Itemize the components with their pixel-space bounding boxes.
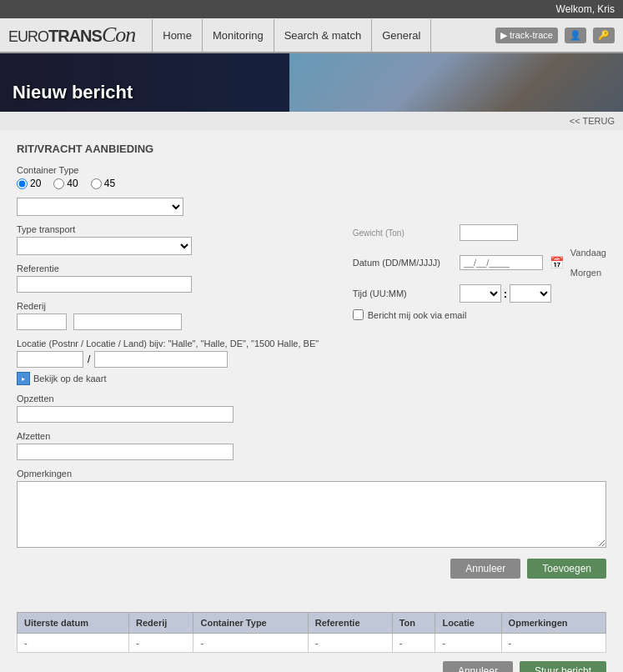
nav-general[interactable]: General — [372, 19, 431, 52]
transport-dropdown[interactable] — [17, 237, 192, 255]
gewicht-input[interactable] — [460, 224, 518, 241]
section-title: RIT/VRACHT AANBIEDING — [17, 143, 606, 155]
td-container-type: - — [193, 634, 308, 653]
bottom-actions: Annuleer Stuur bericht — [17, 661, 606, 672]
track-trace-icon: ▶ — [500, 30, 507, 41]
th-uiterste-datum: Uiterste datum — [18, 613, 129, 634]
datum-row: Datum (DD/MM/JJJJ) 📅 Vandaag Morgen — [353, 248, 606, 278]
datum-label: Datum (DD/MM/JJJJ) — [353, 258, 453, 268]
nav-home[interactable]: Home — [152, 19, 203, 52]
time-separator: : — [504, 288, 507, 300]
rederij-label: Rederij — [17, 301, 336, 311]
calendar-icon[interactable]: 📅 — [550, 256, 564, 269]
user-icon: 👤 — [570, 30, 581, 41]
tijd-row: Tijd (UU:MM) : — [353, 284, 606, 303]
back-link-bar: << TERUG — [0, 112, 623, 130]
container-type-radios: 20 40 45 — [17, 178, 606, 189]
top-bar: Welkom, Kris — [0, 0, 623, 18]
vandaag-link[interactable]: Vandaag — [570, 248, 606, 258]
opmerkingen-label: Opmerkingen — [17, 469, 606, 479]
rederij-inputs — [17, 313, 336, 330]
radio-20[interactable] — [17, 178, 28, 189]
rederij-input-2[interactable] — [73, 313, 182, 330]
hero-banner: Nieuw bericht — [0, 53, 623, 112]
opzetten-input[interactable] — [17, 406, 234, 423]
table-header-row: Uiterste datum Rederij Container Type Re… — [18, 613, 606, 634]
locatie-label: Locatie (Postnr / Locatie / Land) — [17, 339, 147, 349]
back-link[interactable]: << TERUG — [570, 116, 615, 126]
radio-45-label[interactable]: 45 — [91, 178, 115, 189]
container-type-row: Container Type 20 40 45 — [17, 165, 606, 189]
action-row: Annuleer Toevoegen — [17, 559, 606, 579]
logo-con: Con — [102, 23, 135, 47]
gewicht-unit: (Ton) — [385, 228, 404, 238]
td-locatie: - — [435, 634, 501, 653]
transport-label: Type transport — [17, 224, 336, 234]
rederij-input-1[interactable] — [17, 313, 67, 330]
opmerkingen-textarea[interactable] — [17, 481, 606, 548]
data-table: Uiterste datum Rederij Container Type Re… — [17, 612, 606, 653]
referentie-label: Referentie — [17, 263, 336, 273]
th-opmerkingen: Opmerkingen — [501, 613, 605, 634]
logo: EUROTRANSCon — [0, 18, 143, 52]
tijd-label: Tijd (UU:MM) — [353, 288, 453, 298]
th-ton: Ton — [392, 613, 435, 634]
opzetten-label: Opzetten — [17, 394, 336, 404]
time-group: : — [460, 284, 551, 303]
radio-45[interactable] — [91, 178, 102, 189]
logo-nav: EUROTRANSCon Home Monitoring Search & ma… — [0, 18, 623, 53]
td-opmerkingen: - — [501, 634, 605, 653]
form-col-left: Type transport Referentie Rederij — [17, 224, 336, 469]
th-referentie: Referentie — [308, 613, 392, 634]
radio-20-label[interactable]: 20 — [17, 178, 41, 189]
form-col-right: Gewicht (Ton) Datum (DD/MM/JJJJ) 📅 Vanda… — [353, 224, 606, 469]
afzetten-input[interactable] — [17, 444, 234, 460]
map-icon: ▸ — [17, 372, 30, 385]
locatie-postnr[interactable] — [17, 351, 83, 368]
annuleer-button[interactable]: Annuleer — [450, 559, 520, 579]
th-rederij: Rederij — [129, 613, 193, 634]
email-checkbox[interactable] — [353, 309, 364, 320]
welcome-text: Welkom, Kris — [556, 3, 615, 15]
afzetten-row: Afzetten — [17, 431, 336, 460]
map-link-text: Bekijk op de kaart — [33, 374, 106, 384]
nav-icons: ▶ track-trace 👤 🔑 — [495, 28, 623, 43]
opzetten-row: Opzetten — [17, 394, 336, 423]
referentie-row: Referentie — [17, 263, 336, 293]
rederij-row: Rederij — [17, 301, 336, 330]
stuur-bericht-button[interactable]: Stuur bericht — [520, 661, 606, 672]
nav-search-match[interactable]: Search & match — [274, 19, 373, 52]
locatie-hint: Locatie (Postnr / Locatie / Land) bijv: … — [17, 339, 336, 349]
radio-40[interactable] — [53, 178, 64, 189]
radio-40-label[interactable]: 40 — [53, 178, 78, 189]
radio-20-text: 20 — [30, 178, 41, 189]
bottom-annuleer-button[interactable]: Annuleer — [443, 661, 513, 672]
td-ton: - — [392, 634, 435, 653]
logo-trans: TRANS — [48, 27, 102, 45]
tijd-uur[interactable] — [460, 284, 501, 303]
user-icon-button[interactable]: 👤 — [565, 28, 586, 43]
td-rederij: - — [129, 634, 193, 653]
nav-monitoring[interactable]: Monitoring — [203, 19, 274, 52]
map-link[interactable]: ▸ Bekijk op de kaart — [17, 372, 336, 385]
datum-input[interactable] — [460, 255, 543, 270]
key-icon-button[interactable]: 🔑 — [593, 28, 615, 43]
morgen-link[interactable]: Morgen — [570, 268, 601, 278]
tijd-min[interactable] — [510, 284, 551, 303]
referentie-input[interactable] — [17, 276, 192, 293]
th-locatie: Locatie — [435, 613, 501, 634]
th-container-type: Container Type — [193, 613, 308, 634]
td-referentie: - — [308, 634, 392, 653]
locatie-slash: / — [88, 354, 90, 365]
container-dropdown-row — [17, 198, 606, 216]
track-trace-button[interactable]: ▶ track-trace — [495, 28, 558, 43]
container-type-label: Container Type — [17, 165, 606, 175]
toevoegen-button[interactable]: Toevoegen — [527, 559, 606, 579]
logo-euro: EURO — [8, 28, 48, 45]
transport-row: Type transport — [17, 224, 336, 255]
container-dropdown[interactable] — [17, 198, 183, 216]
locatie-locatie[interactable] — [94, 351, 228, 368]
main-content: RIT/VRACHT AANBIEDING Container Type 20 … — [0, 130, 623, 599]
td-uiterste-datum: - — [18, 634, 129, 653]
form-section: Container Type 20 40 45 — [17, 165, 606, 579]
